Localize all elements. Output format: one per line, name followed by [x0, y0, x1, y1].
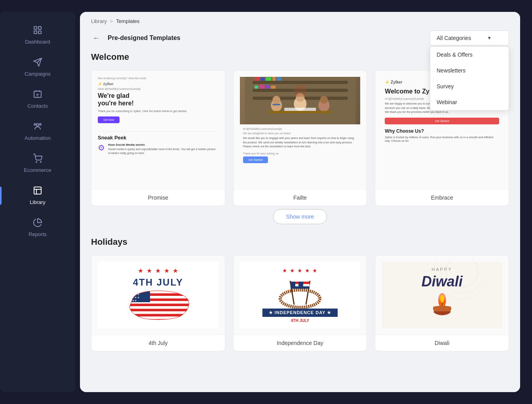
- svg-rect-25: [266, 85, 270, 89]
- embrace-why-title: Why Choose Us?: [385, 128, 499, 134]
- promise-header-note: Not rendering correctly? View the email: [98, 77, 218, 80]
- svg-point-10: [36, 162, 37, 162]
- header-bar: ← Pre-designed Templates All Categories …: [80, 27, 520, 52]
- dropdown-item-deals[interactable]: Deals & Offers: [430, 47, 509, 63]
- 4th-july-text: 4TH JULY: [133, 277, 183, 288]
- independence-content: ★ ★ ★ ★ ★: [240, 262, 361, 328]
- svg-rect-18: [255, 77, 259, 81]
- failte-body: Hi ${FNAME|Customer|Guest}$ We are delig…: [240, 128, 361, 163]
- template-card-promise[interactable]: Not rendering correctly? View the email …: [91, 70, 225, 206]
- promise-content: Not rendering correctly? View the email …: [98, 77, 218, 155]
- sidebar-item-campaigns[interactable]: Campaigns: [0, 52, 75, 82]
- sidebar-item-reports[interactable]: Reports: [0, 212, 75, 243]
- svg-point-28: [272, 96, 280, 104]
- holidays-templates-grid: ★ ★ ★ ★ ★ 4TH JULY: [91, 255, 509, 351]
- diwali-bg: [403, 259, 482, 331]
- failte-content: Hi ${FNAME|Customer|Guest}$ We are delig…: [240, 77, 361, 163]
- chevron-down-icon: ▼: [487, 35, 492, 41]
- failte-cta: Get Started: [243, 156, 268, 163]
- embrace-logo: ⚡ Zylker: [385, 80, 402, 84]
- svg-rect-41: [126, 306, 190, 309]
- july-star-1: ★: [138, 267, 143, 274]
- sidebar-item-ecommerce-label: Ecommerce: [24, 167, 51, 173]
- svg-rect-36: [284, 108, 316, 111]
- failte-image: [240, 77, 361, 124]
- reports-icon: [33, 218, 42, 229]
- show-more-button[interactable]: Show more: [273, 209, 327, 224]
- svg-rect-2: [34, 31, 37, 34]
- holidays-section: Holidays ★ ★ ★ ★ ★: [91, 237, 509, 351]
- svg-rect-23: [255, 86, 258, 89]
- breadcrumb-current: Templates: [116, 18, 139, 24]
- show-more-container: Show more: [91, 209, 509, 224]
- promise-sneak-text: How Social Media works Social media is q…: [108, 143, 218, 155]
- embrace-why-body: Zylker is trusted by millions of users. …: [385, 135, 499, 143]
- embrace-cta: Get Started: [385, 118, 499, 124]
- sidebar-item-contacts-label: Contacts: [27, 103, 48, 109]
- failte-preview: Hi ${FNAME|Customer|Guest}$ We are delig…: [234, 71, 367, 189]
- sidebar-item-automation-label: Automation: [25, 135, 51, 141]
- failte-template-name: Failte: [234, 189, 367, 206]
- july-star-2: ★: [146, 267, 152, 274]
- dropdown-button[interactable]: All Categories ▼: [430, 30, 509, 46]
- promise-body: Thank you for subscribing to Zylker. Cli…: [98, 109, 218, 113]
- ind-star-5: ★: [312, 267, 317, 274]
- sidebar-item-ecommerce[interactable]: Ecommerce: [0, 148, 75, 179]
- ind-star-3: ★: [297, 267, 302, 274]
- svg-rect-3: [38, 31, 41, 34]
- campaigns-icon: [33, 57, 42, 69]
- back-button[interactable]: ←: [91, 32, 101, 44]
- ind-star-1: ★: [282, 267, 287, 274]
- independence-stars: ★ ★ ★ ★ ★: [282, 267, 317, 274]
- sidebar-item-automation[interactable]: Automation: [0, 116, 75, 147]
- svg-point-62: [434, 259, 482, 299]
- promise-divider: [98, 131, 218, 131]
- sidebar-item-contacts[interactable]: Contacts: [0, 84, 75, 114]
- sidebar: Dashboard Campaigns Contac: [0, 12, 75, 392]
- category-dropdown: All Categories ▼ Deals & Offers Newslett…: [430, 30, 509, 46]
- dropdown-menu: Deals & Offers Newsletters Survey Webina…: [430, 46, 509, 111]
- july-star-5: ★: [173, 267, 178, 274]
- sidebar-item-library[interactable]: Library: [0, 180, 75, 211]
- diwali-content: HAPPY Diwali: [382, 262, 502, 328]
- promise-template-name: Promise: [91, 189, 225, 206]
- dropdown-item-webinar[interactable]: Webinar: [430, 94, 509, 110]
- diwali-preview: HAPPY Diwali: [375, 255, 509, 335]
- svg-rect-15: [253, 81, 348, 84]
- independence-banner-text: ★ INDEPENDENCE DAY ★: [262, 309, 338, 317]
- library-icon: [33, 186, 42, 197]
- svg-rect-24: [259, 85, 264, 89]
- breadcrumb: Library > Templates: [80, 12, 520, 27]
- dashboard-icon: [33, 25, 42, 36]
- breadcrumb-parent[interactable]: Library: [91, 18, 107, 24]
- svg-rect-55: [291, 282, 295, 286]
- app-wrapper: Dashboard Campaigns Contac: [0, 0, 532, 404]
- svg-text:★ ★ ★: ★ ★ ★: [129, 299, 137, 302]
- sidebar-item-dashboard[interactable]: Dashboard: [0, 20, 75, 50]
- breadcrumb-separator: >: [110, 18, 113, 24]
- failte-body-text: We would like you to engage with your pe…: [243, 136, 357, 149]
- dropdown-item-newsletters[interactable]: Newsletters: [430, 63, 509, 78]
- svg-rect-42: [126, 311, 190, 314]
- template-card-4th-july[interactable]: ★ ★ ★ ★ ★ 4TH JULY: [91, 255, 225, 351]
- promise-sneak-title: Sneak Peek: [98, 135, 218, 141]
- template-card-failte[interactable]: Hi ${FNAME|Customer|Guest}$ We are delig…: [233, 70, 367, 206]
- july-star-4: ★: [164, 267, 169, 274]
- dropdown-item-survey[interactable]: Survey: [430, 78, 509, 94]
- promise-headline: We're gladyou're here!: [98, 92, 218, 107]
- svg-rect-1: [38, 27, 41, 29]
- promise-sneak-article-body: Social media is quirky and unpredictable…: [108, 147, 218, 155]
- template-card-independence[interactable]: ★ ★ ★ ★ ★: [233, 255, 367, 351]
- svg-point-9: [34, 124, 36, 125]
- promise-sneak-article-title: How Social Media works: [108, 143, 218, 147]
- automation-icon: [33, 122, 42, 133]
- embrace-template-name: Embrace: [375, 189, 509, 206]
- promise-cta: Get Now: [98, 116, 120, 123]
- 4th-july-name: 4th July: [91, 335, 225, 351]
- promise-preview: Not rendering correctly? View the email …: [91, 71, 225, 189]
- template-card-diwali[interactable]: HAPPY Diwali: [375, 255, 509, 351]
- sidebar-item-dashboard-label: Dashboard: [25, 39, 50, 45]
- diwali-template-name: Diwali: [375, 335, 509, 351]
- failte-footer: Thank you for your joining us: [243, 152, 357, 155]
- svg-point-11: [40, 162, 41, 162]
